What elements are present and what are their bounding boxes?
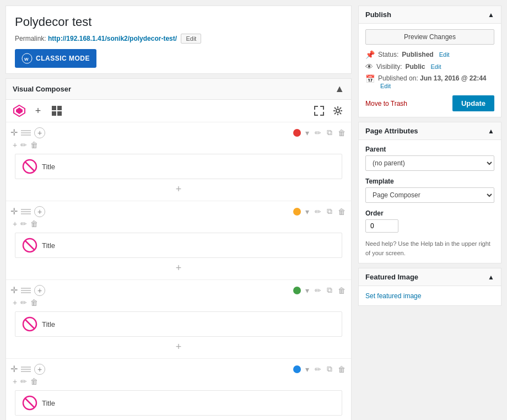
featured-image-toggle[interactable]: ▲	[488, 273, 494, 281]
row-4-add-button[interactable]: +	[34, 364, 45, 375]
page-attributes-toggle[interactable]: ▲	[488, 127, 494, 135]
row-1-delete-icon[interactable]: 🗑	[337, 127, 347, 138]
row-2-edit-icon[interactable]: ✏	[314, 206, 322, 217]
row-1-edit-icon[interactable]: ✏	[314, 127, 322, 138]
vc-row-2: ✛ + ▾ ✏ ⧉ 🗑 + ✏ 🗑	[6, 201, 351, 280]
row-4-delete-icon[interactable]: 🗑	[337, 364, 347, 375]
vc-element-row-2: Title	[15, 233, 342, 258]
move-to-trash-link[interactable]: Move to Trash	[365, 100, 407, 107]
row-4-menu-icon[interactable]	[21, 367, 31, 372]
row-4-sub-delete[interactable]: 🗑	[30, 377, 38, 386]
set-featured-image-link[interactable]: Set featured image	[365, 292, 421, 300]
vc-title: Visual Composer	[13, 85, 71, 93]
row-2-drag-handle[interactable]: ✛	[10, 206, 18, 217]
row-4-drag-handle[interactable]: ✛	[10, 364, 18, 374]
row-3-sub-delete[interactable]: 🗑	[30, 298, 38, 307]
row-1-color-dot	[293, 129, 301, 137]
row-4-copy-icon[interactable]: ⧉	[326, 363, 333, 375]
element-4-icon	[22, 395, 37, 411]
row-2-menu-icon[interactable]	[21, 209, 31, 214]
vc-add-icon: +	[35, 105, 41, 117]
svg-line-10	[25, 162, 34, 171]
row-2-add-button[interactable]: +	[34, 206, 45, 217]
grid-icon	[51, 105, 63, 117]
vc-settings-button[interactable]	[331, 104, 344, 117]
row-4-edit-icon[interactable]: ✏	[314, 364, 322, 375]
row-2-delete-icon[interactable]: 🗑	[337, 206, 347, 217]
row-2-dropdown-icon[interactable]: ▾	[304, 206, 310, 217]
expand-icon	[314, 105, 325, 116]
template-label: Template	[365, 177, 494, 185]
row-3-plus[interactable]: +	[10, 339, 347, 355]
row-1-sub-add[interactable]: +	[13, 141, 17, 149]
svg-rect-6	[52, 111, 56, 116]
row-1-add-button[interactable]: +	[34, 127, 45, 138]
wp-logo-icon: W	[21, 53, 33, 64]
order-input[interactable]	[365, 219, 398, 233]
vc-expand-button[interactable]	[312, 104, 326, 117]
row-3-menu-icon[interactable]	[21, 288, 31, 293]
row-1-sub-delete[interactable]: 🗑	[30, 141, 38, 149]
vc-row-3-controls: ✛ + ▾ ✏ ⧉ 🗑	[10, 283, 347, 297]
publish-visibility-row: 👁 Visibility: Public Edit	[365, 62, 494, 71]
visibility-edit-link[interactable]: Edit	[430, 63, 441, 70]
vc-row-1-controls: ✛ + ▾ ✏ ⧉ 🗑	[10, 126, 347, 139]
status-edit-link[interactable]: Edit	[439, 51, 450, 58]
status-value: Published	[402, 51, 433, 58]
permalink-edit-button[interactable]: Edit	[181, 34, 201, 44]
row-2-sub-edit[interactable]: ✏	[20, 219, 27, 228]
permalink-link[interactable]: http://192.168.1.41/sonik2/polydecor-tes…	[48, 35, 177, 42]
row-4-dropdown-icon[interactable]: ▾	[304, 364, 310, 375]
calendar-icon: 📅	[365, 74, 375, 83]
row-2-sub-delete[interactable]: 🗑	[30, 219, 38, 228]
row-3-add-button[interactable]: +	[34, 285, 45, 296]
row-1-drag-handle[interactable]: ✛	[10, 127, 18, 138]
element-3-title: Title	[42, 320, 55, 329]
parent-label: Parent	[365, 146, 494, 153]
row-1-plus[interactable]: +	[10, 181, 347, 197]
published-label: Published on:	[378, 74, 418, 82]
row-4-sub-add[interactable]: +	[13, 377, 17, 386]
vc-add-element-button[interactable]: +	[31, 104, 45, 117]
update-button[interactable]: Update	[452, 95, 494, 111]
permalink: Permalink: http://192.168.1.41/sonik2/po…	[15, 34, 342, 44]
svg-point-8	[336, 109, 339, 112]
row-4-sub-edit[interactable]: ✏	[20, 377, 27, 386]
vc-grid-button[interactable]	[50, 104, 63, 117]
row-3-edit-icon[interactable]: ✏	[314, 285, 322, 296]
element-4-title: Title	[42, 399, 55, 407]
publish-box: Publish ▲ Preview Changes 📌 Status: Publ…	[358, 6, 501, 117]
status-label: Status:	[378, 51, 398, 58]
featured-image-header: Featured Image ▲	[359, 268, 501, 286]
order-row: Order	[365, 209, 494, 233]
publish-status-row: 📌 Status: Published Edit	[365, 50, 494, 59]
row-1-sub-edit[interactable]: ✏	[20, 141, 27, 149]
classic-mode-button[interactable]: W CLASSIC MODE	[15, 49, 96, 68]
template-select[interactable]: Page Composer Default Template Full Widt…	[365, 187, 494, 203]
row-3-drag-handle[interactable]: ✛	[10, 285, 18, 295]
row-2-plus[interactable]: +	[10, 260, 347, 276]
parent-select[interactable]: (no parent)	[365, 155, 494, 171]
row-2-copy-icon[interactable]: ⧉	[326, 206, 333, 217]
row-3-copy-icon[interactable]: ⧉	[326, 284, 333, 296]
element-1-title: Title	[42, 163, 55, 171]
row-3-sub-add[interactable]: +	[13, 298, 17, 307]
publish-date-row: 📅 Published on: Jun 13, 2016 @ 22:44 Edi…	[365, 74, 494, 90]
publish-box-header: Publish ▲	[359, 6, 501, 24]
svg-line-12	[25, 241, 34, 250]
vc-header: Visual Composer ▲	[6, 79, 351, 100]
row-1-dropdown-icon[interactable]: ▾	[304, 127, 310, 138]
row-3-dropdown-icon[interactable]: ▾	[304, 285, 310, 296]
sidebar: Publish ▲ Preview Changes 📌 Status: Publ…	[358, 6, 501, 420]
preview-changes-button[interactable]: Preview Changes	[365, 29, 494, 45]
publish-toggle[interactable]: ▲	[488, 11, 494, 19]
vc-collapse-toggle[interactable]: ▲	[335, 83, 344, 95]
row-4-plus[interactable]: +	[10, 418, 347, 420]
row-2-sub-add[interactable]: +	[13, 219, 17, 228]
row-3-delete-icon[interactable]: 🗑	[337, 285, 347, 296]
published-edit-link[interactable]: Edit	[380, 83, 391, 89]
row-1-menu-icon[interactable]	[21, 130, 31, 136]
row-1-copy-icon[interactable]: ⧉	[326, 127, 333, 138]
row-3-sub-edit[interactable]: ✏	[20, 298, 27, 307]
publish-title: Publish	[365, 10, 391, 19]
